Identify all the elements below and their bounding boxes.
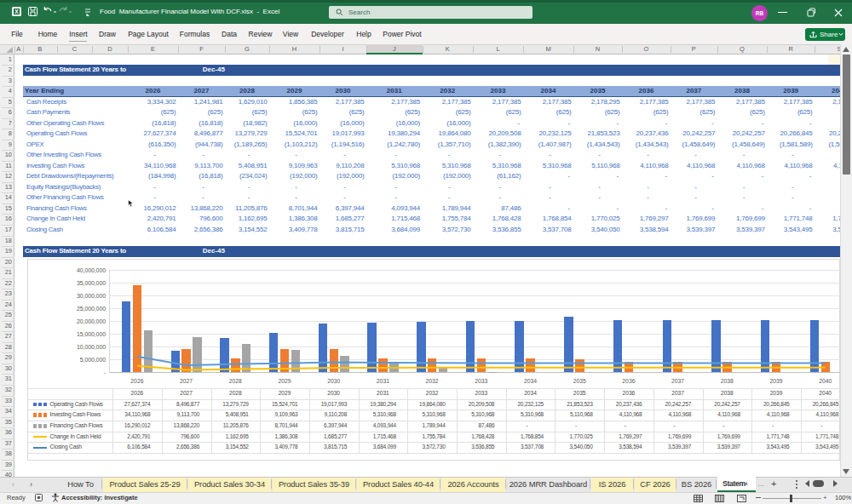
- svg-text:X: X: [14, 9, 19, 14]
